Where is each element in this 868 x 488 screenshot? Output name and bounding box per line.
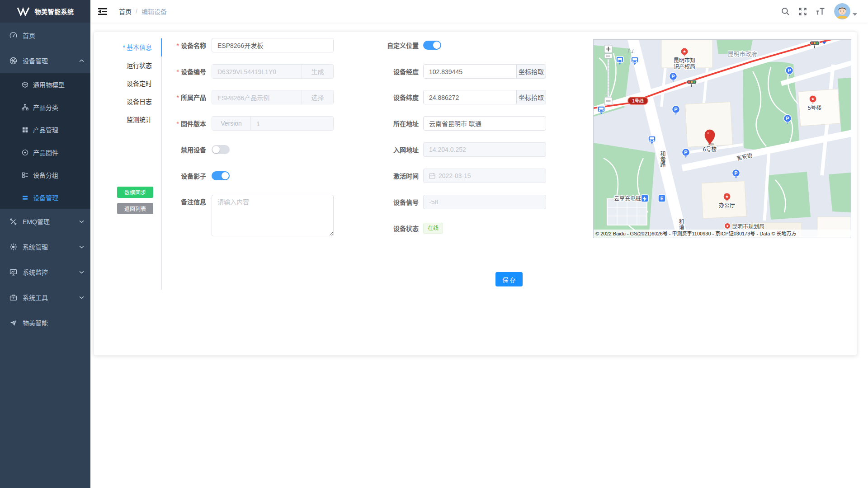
breadcrumb: 首页 / 编辑设备	[119, 7, 167, 16]
sidebar-item-wumei[interactable]: 物美智能	[0, 310, 90, 335]
disable-device-toggle[interactable]	[212, 145, 230, 154]
latitude-label: 设备纬度	[306, 93, 423, 102]
toolbox-icon	[9, 293, 17, 301]
save-button[interactable]: 保 存	[495, 272, 523, 286]
fullscreen-icon[interactable]	[798, 7, 807, 16]
tools-icon	[9, 217, 17, 225]
disable-device-label: 禁用设备	[94, 145, 212, 154]
device-edit-card: *基本信息 运行状态 设备定时 设备日志 监测统计 数据同步 返回列表 *设备名…	[94, 32, 857, 356]
chevron-down-icon	[79, 296, 84, 299]
sitemap-icon	[22, 103, 28, 111]
sidebar-item-thing-model[interactable]: 通用物模型	[0, 73, 90, 96]
poi-label: 昆明市知	[674, 57, 695, 64]
cube-icon	[22, 80, 28, 89]
grid-icon	[22, 126, 28, 134]
sidebar-item-emq[interactable]: EMQ管理	[0, 209, 90, 234]
sidebar-item-label: 系统监控	[23, 267, 48, 277]
poi-label: 5号楼	[808, 104, 822, 111]
group-list-icon	[22, 171, 28, 179]
svg-text:P: P	[674, 107, 677, 112]
breadcrumb-home[interactable]: 首页	[119, 7, 132, 16]
form-row-product: *所属产品 ESP8266产品示例 选择	[94, 90, 334, 104]
longitude-input[interactable]	[424, 65, 516, 79]
tab-active-bar	[161, 38, 162, 56]
chevron-down-icon	[79, 220, 84, 223]
svg-text:E: E	[660, 196, 664, 201]
sidebar-item-sys-mgmt[interactable]: 系统管理	[0, 234, 90, 259]
latitude-input[interactable]	[424, 90, 516, 104]
sphere-icon	[9, 56, 17, 65]
sidebar-item-device-mgmt[interactable]: 设备管理	[0, 48, 90, 73]
svg-text:★: ★	[683, 49, 686, 54]
sidebar-item-device-mgmt-sub[interactable]: 设备管理	[0, 186, 90, 209]
form-row-device-shadow: 设备影子	[94, 169, 230, 183]
font-size-icon[interactable]	[816, 7, 826, 16]
rssi-input: -58	[423, 195, 546, 209]
user-avatar[interactable]	[834, 3, 850, 19]
product-input: ESP8266产品示例	[212, 90, 302, 104]
sidebar-item-label: 系统管理	[23, 242, 48, 251]
form-row-custom-location: 自定义位置	[306, 38, 441, 52]
sidebar-item-label: 设备管理	[33, 193, 58, 202]
logo-mark-icon	[17, 7, 30, 16]
sidebar-item-device-group[interactable]: 设备分组	[0, 164, 90, 186]
device-mgmt-submenu: 通用物模型 产品分类 产品管理 产品固件 设备分组	[0, 73, 90, 209]
sidebar-item-product-category[interactable]: 产品分类	[0, 96, 90, 118]
baidu-map[interactable]: 1号线 P P	[593, 39, 851, 238]
sidebar-item-home[interactable]: 首页	[0, 23, 90, 48]
sidebar-item-label: 产品固件	[33, 148, 58, 157]
sidebar-item-label: 首页	[23, 31, 35, 40]
activated-time-value: 2022-03-15	[439, 172, 471, 179]
address-label: 所在地址	[306, 119, 423, 128]
sidebar-fold-icon[interactable]	[98, 8, 107, 15]
svg-text:★: ★	[725, 194, 729, 199]
poi-label: 6号楼	[703, 146, 717, 153]
chevron-up-icon	[79, 59, 84, 62]
search-icon[interactable]	[781, 7, 790, 16]
app-logo[interactable]: 物美智能系统	[0, 0, 90, 23]
remark-label: 备注信息	[94, 195, 212, 209]
svg-text:P: P	[671, 74, 675, 79]
poi-label: 昆明市规划局	[732, 223, 764, 230]
sidebar-item-label: 设备分组	[33, 170, 58, 179]
svg-text:P: P	[734, 170, 737, 176]
device-status-label: 设备状态	[306, 224, 423, 233]
toggle-knob	[222, 172, 229, 179]
sidebar: 物美智能系统 首页 设备管理 通用物模型 产品分类	[0, 0, 90, 488]
svg-text:P: P	[684, 150, 687, 155]
form-row-ip: 入网地址 14.204.0.252	[306, 142, 546, 157]
svg-text:1号线: 1号线	[632, 98, 644, 103]
user-menu[interactable]	[834, 3, 857, 19]
map-canvas: 1号线 P P	[594, 40, 851, 238]
svg-text:★: ★	[811, 97, 815, 101]
chevron-down-icon	[79, 245, 84, 249]
pick-longitude-button[interactable]: 坐标拾取	[516, 65, 546, 78]
address-input[interactable]	[423, 116, 546, 131]
form-row-rssi: 设备信号 -58	[306, 195, 546, 209]
bars-icon	[22, 193, 28, 202]
custom-location-toggle[interactable]	[423, 41, 441, 50]
longitude-label: 设备经度	[306, 67, 423, 76]
pick-latitude-button[interactable]: 坐标拾取	[516, 90, 546, 104]
poi-label: 云享充电桩	[614, 195, 641, 202]
sidebar-item-product-mgmt[interactable]: 产品管理	[0, 118, 90, 141]
form-row-device-name: *设备名称	[94, 38, 334, 52]
sidebar-item-sys-monitor[interactable]: 系统监控	[0, 259, 90, 285]
sidebar-item-label: 系统工具	[23, 293, 48, 302]
activated-time-input: 2022-03-15	[423, 169, 546, 183]
form-row-latitude: 设备纬度 坐标拾取	[306, 90, 546, 104]
calendar-icon	[429, 173, 435, 179]
toggle-knob	[433, 42, 440, 49]
sidebar-item-sys-tools[interactable]: 系统工具	[0, 285, 90, 310]
tab-label: 设备定时	[127, 80, 152, 87]
product-label: 所属产品	[181, 94, 206, 101]
device-shadow-toggle[interactable]	[212, 171, 230, 180]
sidebar-item-product-firmware[interactable]: 产品固件	[0, 141, 90, 164]
monitor-icon	[9, 268, 17, 276]
sidebar-item-label: EMQ管理	[23, 217, 50, 226]
required-star: *	[177, 94, 179, 101]
sidebar-item-label: 物美智能	[23, 318, 48, 327]
sidebar-item-label: 产品分类	[33, 103, 58, 112]
activated-time-label: 激活时间	[306, 171, 423, 180]
form-row-longitude: 设备经度 坐标拾取	[306, 64, 546, 79]
